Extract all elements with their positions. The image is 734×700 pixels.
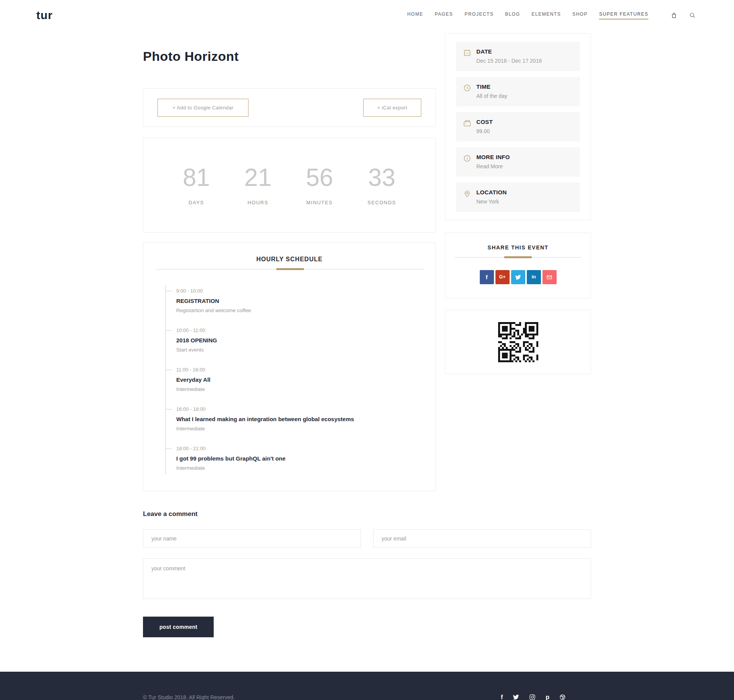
google-plus-icon: G+: [499, 275, 505, 280]
countdown-days-label: DAYS: [183, 200, 210, 205]
share-linkedin-button[interactable]: in: [527, 270, 541, 284]
countdown-days-value: 81: [183, 165, 210, 190]
schedule-item-title: What I learned making an integration bet…: [176, 416, 420, 422]
schedule-item-time: 9:00 - 10:00: [176, 288, 420, 294]
qr-code: [498, 322, 538, 362]
search-icon[interactable]: [689, 12, 696, 19]
nav-item-pages[interactable]: PAGES: [435, 11, 453, 20]
share-email-button[interactable]: [542, 270, 557, 284]
schedule-item-time: 11:00 - 16:00: [176, 367, 420, 373]
schedule-timeline: 9:00 - 10:00 REGISTRATION Registartion a…: [165, 285, 420, 475]
cart-bag-icon[interactable]: [671, 12, 677, 19]
detail-label: TIME: [476, 83, 507, 90]
detail-row-time: TIME All of the day: [456, 77, 580, 106]
schedule-title: HOURLY SCHEDULE: [143, 256, 435, 263]
twitter-icon: [515, 274, 521, 280]
instagram-icon[interactable]: [529, 694, 536, 700]
countdown-seconds-value: 33: [367, 165, 396, 190]
site-logo[interactable]: tur: [36, 9, 53, 22]
hourly-schedule: HOURLY SCHEDULE 9:00 - 10:00 REGISTRATIO…: [143, 243, 436, 491]
schedule-item-time: 18:00 - 21:00: [176, 446, 420, 451]
countdown-seconds: 33 SECONDS: [367, 165, 396, 205]
detail-label: LOCATION: [476, 189, 507, 195]
detail-row-more-info: MORE INFO Read More: [456, 147, 580, 177]
detail-value: Dec 15 2018 - Dec 17 2018: [476, 58, 542, 64]
nav-item-blog[interactable]: BLOG: [505, 11, 520, 20]
event-main-column: Photo Horizont + Add to Google Calendar …: [143, 31, 436, 491]
calendar-actions-box: + Add to Google Calendar + iCal export: [143, 88, 436, 127]
schedule-item-subtitle: Start events: [176, 347, 420, 353]
ical-export-button[interactable]: + iCal export: [363, 99, 421, 117]
read-more-link[interactable]: Read More: [476, 163, 510, 169]
comment-textarea[interactable]: [143, 558, 591, 599]
nav-item-home[interactable]: HOME: [407, 11, 423, 20]
email-icon: [546, 274, 552, 280]
clock-icon: [463, 84, 471, 92]
schedule-title-underline: [156, 269, 424, 270]
schedule-item-subtitle: Registartion and welcome coffee: [176, 308, 420, 313]
pinterest-icon[interactable]: p: [546, 694, 549, 700]
detail-value: All of the day: [476, 93, 507, 99]
detail-row-location: LOCATION New York: [456, 182, 580, 212]
schedule-item-subtitle: Intermediate: [176, 386, 420, 392]
facebook-icon[interactable]: f: [501, 694, 503, 700]
share-box: SHARE THIS EVENT f G+ in: [445, 233, 591, 298]
share-title: SHARE THIS EVENT: [445, 244, 591, 251]
post-comment-button[interactable]: post comment: [143, 617, 214, 637]
share-buttons: f G+ in: [445, 270, 591, 284]
info-icon: [463, 154, 471, 163]
schedule-item: 16:00 - 18:00 What I learned making an i…: [176, 406, 420, 431]
detail-row-date: DATE Dec 15 2018 - Dec 17 2018: [456, 42, 580, 71]
page-title: Photo Horizont: [143, 49, 436, 64]
event-details-box: DATE Dec 15 2018 - Dec 17 2018 TIME All …: [445, 33, 591, 220]
schedule-item-title: 2018 OPENING: [176, 337, 420, 343]
nav-item-projects[interactable]: PROJECTS: [464, 11, 494, 20]
countdown-minutes-value: 56: [306, 165, 333, 190]
schedule-item-time: 16:00 - 18:00: [176, 406, 420, 412]
detail-label: COST: [476, 119, 493, 125]
countdown-hours: 21 HOURS: [244, 165, 271, 205]
schedule-item-title: Everyday All: [176, 376, 420, 383]
nav-item-shop[interactable]: SHOP: [572, 11, 588, 20]
countdown-days: 81 DAYS: [183, 165, 210, 205]
share-title-underline: [455, 257, 581, 258]
countdown-minutes-label: MINUTES: [306, 200, 333, 205]
name-input[interactable]: [143, 529, 361, 548]
email-input[interactable]: [373, 529, 591, 548]
wallet-icon: [463, 119, 471, 127]
nav-item-elements[interactable]: ELEMENTS: [532, 11, 561, 20]
footer-social-links: f p: [501, 694, 566, 700]
facebook-icon: f: [486, 274, 488, 280]
site-header: tur HOME PAGES PROJECTS BLOG ELEMENTS SH…: [0, 0, 734, 31]
dribbble-icon[interactable]: [559, 694, 566, 700]
schedule-item: 9:00 - 10:00 REGISTRATION Registartion a…: [176, 288, 420, 313]
share-google-plus-button[interactable]: G+: [495, 270, 510, 284]
schedule-item-title: REGISTRATION: [176, 298, 420, 304]
comment-section: Leave a comment post comment: [143, 510, 591, 637]
twitter-icon[interactable]: [513, 694, 519, 700]
detail-row-cost: COST 99.00: [456, 112, 580, 142]
countdown-hours-label: HOURS: [244, 200, 271, 205]
add-to-google-calendar-button[interactable]: + Add to Google Calendar: [158, 99, 248, 117]
schedule-item: 18:00 - 21:00 I got 99 problems but Grap…: [176, 446, 420, 471]
event-sidebar: DATE Dec 15 2018 - Dec 17 2018 TIME All …: [445, 31, 591, 374]
main-nav: HOME PAGES PROJECTS BLOG ELEMENTS SHOP S…: [407, 11, 696, 20]
site-footer: © Tur Studio 2018. All Right Reserved. f…: [0, 672, 734, 700]
detail-label: DATE: [476, 48, 542, 55]
pin-icon: [463, 189, 471, 198]
schedule-item-subtitle: Intermediate: [176, 426, 420, 431]
share-facebook-button[interactable]: f: [480, 270, 494, 284]
share-twitter-button[interactable]: [511, 270, 525, 284]
countdown-seconds-label: SECONDS: [367, 200, 396, 205]
calendar-icon: [463, 49, 471, 57]
schedule-item-subtitle: Intermediate: [176, 465, 420, 471]
linkedin-icon: in: [531, 275, 536, 280]
countdown-hours-value: 21: [244, 165, 271, 190]
countdown: 81 DAYS 21 HOURS 56 MINUTES 33 SECONDS: [143, 138, 436, 233]
schedule-item-title: I got 99 problems but GraphQL ain't one: [176, 455, 420, 462]
schedule-item: 11:00 - 16:00 Everyday All Intermediate: [176, 367, 420, 392]
detail-value: New York: [476, 199, 507, 205]
nav-item-super-features[interactable]: SUPER FEATURES: [599, 11, 648, 20]
detail-value: 99.00: [476, 128, 493, 134]
copyright-text: © Tur Studio 2018. All Right Reserved.: [143, 694, 235, 700]
